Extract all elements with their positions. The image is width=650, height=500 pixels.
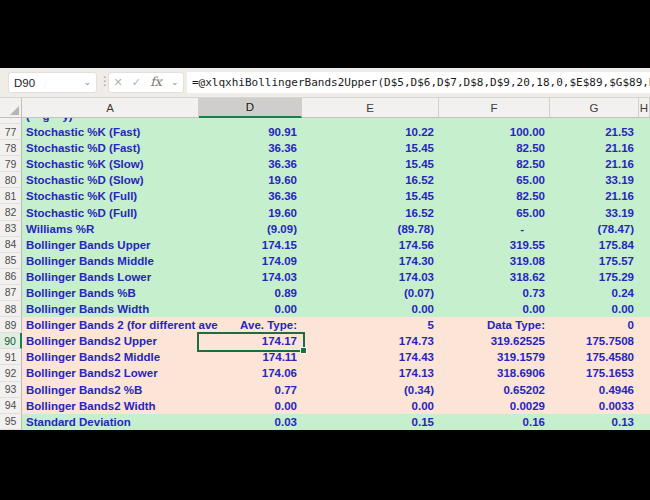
cell-E83[interactable]: (89.78) (302, 221, 439, 237)
column-header-A[interactable]: A (22, 98, 199, 118)
cell-G90[interactable]: 175.7508 (550, 333, 639, 349)
row-header-77[interactable]: 77 (0, 124, 22, 140)
cell-G82[interactable]: 33.19 (550, 204, 639, 220)
cell-D94[interactable]: 0.00 (199, 398, 302, 414)
chevron-down-icon[interactable]: ⌄ (83, 78, 91, 87)
cell-D86[interactable]: 174.03 (199, 269, 302, 285)
cell-D78[interactable]: 36.36 (199, 140, 302, 156)
cell-F79[interactable]: 82.50 (439, 156, 550, 172)
cell-G87[interactable]: 0.24 (550, 285, 639, 301)
cell-E77[interactable]: 10.22 (302, 124, 439, 140)
cell-A92[interactable]: Bollinger Bands2 Lower (22, 365, 199, 381)
cell-F92[interactable]: 318.6906 (439, 365, 550, 381)
row-header-85[interactable]: 85 (0, 253, 22, 269)
cell-F80[interactable]: 65.00 (439, 172, 550, 188)
cell-F95[interactable]: 0.16 (439, 414, 550, 430)
name-box[interactable]: D90 ⌄ (8, 72, 97, 93)
cell-D90[interactable]: 174.17 (199, 333, 302, 349)
column-header-H[interactable]: H (639, 98, 650, 118)
cell-G80[interactable]: 33.19 (550, 172, 639, 188)
column-header-F[interactable]: F (439, 98, 550, 118)
cell-D82[interactable]: 19.60 (199, 204, 302, 220)
cell-D77[interactable]: 90.91 (199, 124, 302, 140)
row-header-88[interactable]: 88 (0, 301, 22, 317)
column-header-D[interactable]: D (199, 98, 302, 118)
row-header-94[interactable]: 94 (0, 398, 22, 414)
cell-F93[interactable]: 0.65202 (439, 382, 550, 398)
cell-A91[interactable]: Bollinger Bands2 Middle (22, 349, 199, 365)
cell-E94[interactable]: 0.00 (302, 398, 439, 414)
cell-G83[interactable]: (78.47) (550, 221, 639, 237)
cell-D84[interactable]: 174.15 (199, 237, 302, 253)
cell-F87[interactable]: 0.73 (439, 285, 550, 301)
row-header-91[interactable]: 91 (0, 349, 22, 365)
row-header-79[interactable]: 79 (0, 156, 22, 172)
cell-F81[interactable]: 82.50 (439, 188, 550, 204)
cell-D95[interactable]: 0.03 (199, 414, 302, 430)
cell-F91[interactable]: 319.1579 (439, 349, 550, 365)
enter-icon[interactable]: ✓ (132, 77, 141, 88)
cell-G94[interactable]: 0.0033 (550, 398, 639, 414)
cell-A95[interactable]: Standard Deviation (22, 414, 199, 430)
cell-E78[interactable]: 15.45 (302, 140, 439, 156)
cell-E88[interactable]: 0.00 (302, 301, 439, 317)
cell-G86[interactable]: 175.29 (550, 269, 639, 285)
row-header-81[interactable]: 81 (0, 188, 22, 204)
cell-A83[interactable]: Williams %R (22, 221, 199, 237)
cell-A94[interactable]: Bollinger Bands2 Width (22, 398, 199, 414)
cell-E91[interactable]: 174.43 (302, 349, 439, 365)
cell-D93[interactable]: 0.77 (199, 382, 302, 398)
row-header-78[interactable]: 78 (0, 140, 22, 156)
row-header-80[interactable]: 80 (0, 172, 22, 188)
row-header-89[interactable]: 89 (0, 317, 22, 333)
cell-F82[interactable]: 65.00 (439, 204, 550, 220)
cell-D88[interactable]: 0.00 (199, 301, 302, 317)
cell-A89[interactable]: Bollinger Bands 2 (for different ave (22, 317, 199, 333)
cell-D92[interactable]: 174.06 (199, 365, 302, 381)
cell-F88[interactable]: 0.00 (439, 301, 550, 317)
cell-G88[interactable]: 0.00 (550, 301, 639, 317)
cell-A77[interactable]: Stochastic %K (Fast) (22, 124, 199, 140)
cell-E92[interactable]: 174.13 (302, 365, 439, 381)
cell-G78[interactable]: 21.16 (550, 140, 639, 156)
row-header-93[interactable]: 93 (0, 382, 22, 398)
cell-E79[interactable]: 15.45 (302, 156, 439, 172)
cell-D87[interactable]: 0.89 (199, 285, 302, 301)
row-header-95[interactable]: 95 (0, 414, 22, 430)
cell-F83[interactable]: - (439, 221, 550, 237)
column-header-G[interactable]: G (550, 98, 639, 118)
formula-input[interactable]: =@xlqxhiBollingerBands2Upper(D$5,D$6,D$7… (187, 72, 650, 93)
cell-G79[interactable]: 21.16 (550, 156, 639, 172)
cell-G92[interactable]: 175.1653 (550, 365, 639, 381)
cell-F85[interactable]: 319.08 (439, 253, 550, 269)
cell-G81[interactable]: 21.16 (550, 188, 639, 204)
fill-handle[interactable] (300, 347, 307, 354)
row-header-82[interactable]: 82 (0, 204, 22, 220)
row-header-92[interactable]: 92 (0, 365, 22, 381)
cell-A85[interactable]: Bollinger Bands Middle (22, 253, 199, 269)
chevron-down-icon[interactable]: ⌄ (171, 78, 179, 87)
cell-A87[interactable]: Bollinger Bands %B (22, 285, 199, 301)
cell-G89[interactable]: 0 (550, 317, 639, 333)
cell-G95[interactable]: 0.13 (550, 414, 639, 430)
row-header-84[interactable]: 84 (0, 237, 22, 253)
row-header-83[interactable]: 83 (0, 221, 22, 237)
cell-A82[interactable]: Stochastic %D (Full) (22, 204, 199, 220)
cell-A90[interactable]: Bollinger Bands2 Upper (22, 333, 199, 349)
cell-G77[interactable]: 21.53 (550, 124, 639, 140)
cell-E90[interactable]: 174.73 (302, 333, 439, 349)
cell-E82[interactable]: 16.52 (302, 204, 439, 220)
cell-E80[interactable]: 16.52 (302, 172, 439, 188)
cell-F90[interactable]: 319.62525 (439, 333, 550, 349)
select-all-corner[interactable] (0, 98, 22, 118)
row-header-86[interactable]: 86 (0, 269, 22, 285)
cell-D80[interactable]: 19.60 (199, 172, 302, 188)
cell-E95[interactable]: 0.15 (302, 414, 439, 430)
cell-A78[interactable]: Stochastic %D (Fast) (22, 140, 199, 156)
cancel-icon[interactable]: ✕ (114, 77, 123, 88)
cell-E89[interactable]: 5 (302, 317, 439, 333)
cell-E93[interactable]: (0.34) (302, 382, 439, 398)
cell-F78[interactable]: 82.50 (439, 140, 550, 156)
cell-D85[interactable]: 174.09 (199, 253, 302, 269)
cell-D79[interactable]: 36.36 (199, 156, 302, 172)
